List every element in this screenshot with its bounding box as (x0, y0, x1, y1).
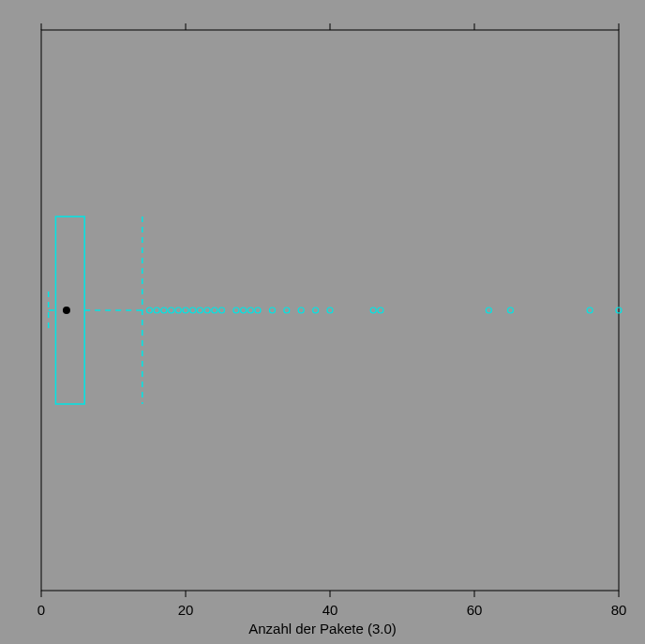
svg-point-34 (241, 307, 247, 313)
svg-text:0: 0 (38, 602, 45, 618)
svg-point-29 (197, 307, 202, 313)
svg-point-38 (284, 307, 290, 313)
svg-point-36 (255, 307, 261, 313)
svg-point-46 (587, 307, 592, 313)
svg-point-24 (161, 307, 167, 313)
svg-point-43 (378, 307, 383, 313)
svg-point-23 (154, 307, 159, 313)
svg-point-42 (370, 307, 376, 313)
svg-point-35 (248, 307, 253, 313)
svg-text:40: 40 (322, 602, 338, 618)
svg-point-27 (183, 307, 188, 313)
svg-point-28 (190, 307, 196, 313)
svg-point-26 (175, 307, 181, 313)
svg-point-22 (147, 307, 153, 313)
svg-point-45 (508, 307, 514, 313)
svg-text:20: 20 (178, 602, 194, 618)
svg-point-30 (204, 307, 210, 313)
svg-point-31 (212, 307, 218, 313)
svg-text:80: 80 (611, 602, 627, 618)
svg-point-21 (63, 307, 70, 314)
svg-text:60: 60 (467, 602, 483, 618)
svg-point-44 (486, 307, 491, 313)
svg-point-39 (298, 307, 304, 313)
svg-point-32 (219, 307, 225, 313)
chart-canvas: 020406080 (0, 0, 645, 644)
svg-point-37 (269, 307, 275, 313)
svg-point-41 (327, 307, 333, 313)
svg-point-40 (313, 307, 319, 313)
x-axis-label: Anzahl der Pakete (3.0) (0, 621, 645, 637)
svg-point-25 (169, 307, 174, 313)
svg-point-33 (233, 307, 239, 313)
boxplot-chart: 020406080 Anzahl der Pakete (3.0) (0, 0, 645, 644)
